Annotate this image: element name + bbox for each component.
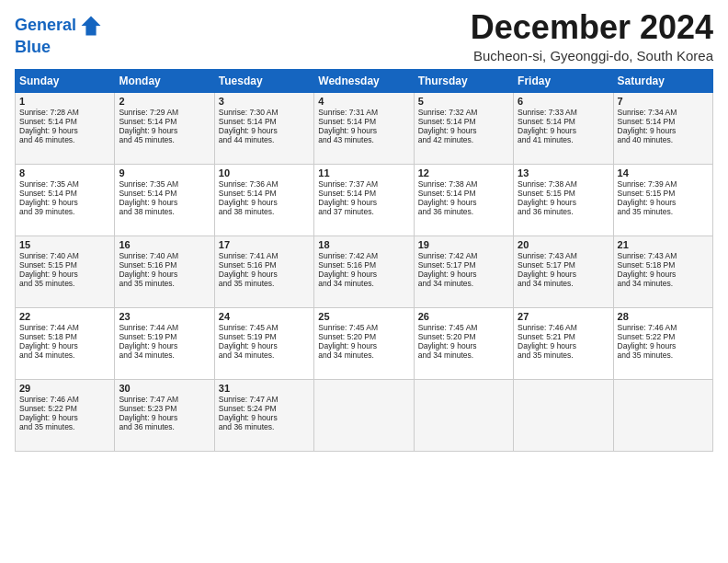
day-number: 23 (119, 311, 210, 322)
header: General Blue December 2024 Bucheon-si, G… (15, 9, 713, 63)
daylight-text: Daylight: 9 hours (318, 126, 409, 135)
day-number: 17 (219, 239, 310, 250)
sunrise-text: Sunrise: 7:37 AM (318, 179, 409, 189)
sunrise-text: Sunrise: 7:30 AM (219, 108, 310, 117)
daylight-text: Daylight: 9 hours (219, 126, 310, 135)
daylight-text-cont: and 42 minutes. (418, 135, 509, 144)
calendar-cell: 17Sunrise: 7:41 AMSunset: 5:16 PMDayligh… (214, 236, 313, 307)
sunset-text: Sunset: 5:14 PM (618, 117, 709, 126)
logo-icon (78, 13, 104, 39)
daylight-text: Daylight: 9 hours (119, 126, 210, 135)
day-number: 16 (119, 239, 210, 250)
daylight-text: Daylight: 9 hours (418, 126, 509, 135)
weekday-header: Monday (115, 69, 214, 92)
daylight-text-cont: and 35 minutes. (219, 279, 310, 288)
sunset-text: Sunset: 5:15 PM (518, 189, 609, 198)
calendar-cell: 15Sunrise: 7:40 AMSunset: 5:15 PMDayligh… (16, 236, 115, 307)
sunset-text: Sunset: 5:17 PM (518, 260, 609, 270)
sunset-text: Sunset: 5:14 PM (219, 189, 310, 198)
calendar-cell (314, 379, 414, 451)
sunrise-text: Sunrise: 7:39 AM (618, 179, 709, 189)
daylight-text-cont: and 38 minutes. (219, 207, 310, 216)
sunrise-text: Sunrise: 7:38 AM (518, 179, 609, 189)
day-number: 29 (19, 383, 110, 394)
daylight-text-cont: and 34 minutes. (618, 279, 709, 288)
sunrise-text: Sunrise: 7:38 AM (418, 179, 509, 189)
daylight-text: Daylight: 9 hours (418, 341, 509, 350)
daylight-text-cont: and 34 minutes. (19, 350, 110, 360)
day-number: 14 (618, 167, 709, 178)
day-number: 20 (518, 239, 609, 250)
calendar-cell (414, 379, 513, 451)
day-number: 5 (418, 96, 509, 107)
sunset-text: Sunset: 5:14 PM (19, 117, 110, 126)
calendar-cell: 31Sunrise: 7:47 AMSunset: 5:24 PMDayligh… (214, 379, 313, 451)
sunset-text: Sunset: 5:20 PM (318, 332, 409, 341)
daylight-text: Daylight: 9 hours (518, 126, 609, 135)
daylight-text-cont: and 35 minutes. (618, 350, 709, 360)
calendar-cell: 27Sunrise: 7:46 AMSunset: 5:21 PMDayligh… (514, 307, 613, 379)
daylight-text-cont: and 34 minutes. (418, 350, 509, 360)
logo-blue-text: Blue (15, 39, 104, 57)
daylight-text-cont: and 39 minutes. (19, 207, 110, 216)
daylight-text: Daylight: 9 hours (19, 413, 110, 422)
sunrise-text: Sunrise: 7:47 AM (219, 395, 310, 404)
daylight-text-cont: and 44 minutes. (219, 135, 310, 144)
day-number: 13 (518, 167, 609, 178)
sunset-text: Sunset: 5:22 PM (618, 332, 709, 341)
sunrise-text: Sunrise: 7:46 AM (518, 323, 609, 332)
svg-marker-0 (82, 17, 101, 36)
daylight-text: Daylight: 9 hours (119, 270, 210, 279)
sunset-text: Sunset: 5:23 PM (119, 404, 210, 413)
sunset-text: Sunset: 5:19 PM (219, 332, 310, 341)
daylight-text: Daylight: 9 hours (318, 270, 409, 279)
sunrise-text: Sunrise: 7:43 AM (618, 251, 709, 260)
sunset-text: Sunset: 5:15 PM (618, 189, 709, 198)
sunrise-text: Sunrise: 7:40 AM (119, 251, 210, 260)
daylight-text: Daylight: 9 hours (119, 198, 210, 207)
day-number: 1 (19, 96, 110, 107)
calendar-cell: 10Sunrise: 7:36 AMSunset: 5:14 PMDayligh… (214, 164, 313, 236)
day-number: 10 (219, 167, 310, 178)
day-number: 2 (119, 96, 210, 107)
calendar-cell: 1Sunrise: 7:28 AMSunset: 5:14 PMDaylight… (16, 92, 115, 164)
calendar-week: 1Sunrise: 7:28 AMSunset: 5:14 PMDaylight… (16, 92, 713, 164)
calendar-cell: 28Sunrise: 7:46 AMSunset: 5:22 PMDayligh… (613, 307, 712, 379)
calendar-cell: 16Sunrise: 7:40 AMSunset: 5:16 PMDayligh… (115, 236, 214, 307)
sunrise-text: Sunrise: 7:36 AM (219, 179, 310, 189)
calendar-header: SundayMondayTuesdayWednesdayThursdayFrid… (16, 69, 713, 92)
calendar-cell: 20Sunrise: 7:43 AMSunset: 5:17 PMDayligh… (514, 236, 613, 307)
daylight-text: Daylight: 9 hours (219, 413, 310, 422)
daylight-text: Daylight: 9 hours (119, 341, 210, 350)
sunset-text: Sunset: 5:14 PM (119, 117, 210, 126)
daylight-text: Daylight: 9 hours (318, 341, 409, 350)
weekday-header: Saturday (613, 69, 712, 92)
calendar-table: SundayMondayTuesdayWednesdayThursdayFrid… (15, 69, 713, 452)
day-number: 26 (418, 311, 509, 322)
daylight-text-cont: and 34 minutes. (418, 279, 509, 288)
sunset-text: Sunset: 5:20 PM (418, 332, 509, 341)
weekday-header: Tuesday (214, 69, 313, 92)
weekday-header: Thursday (414, 69, 513, 92)
day-number: 8 (19, 167, 110, 178)
sunrise-text: Sunrise: 7:35 AM (19, 179, 110, 189)
day-number: 4 (318, 96, 409, 107)
daylight-text: Daylight: 9 hours (19, 198, 110, 207)
daylight-text-cont: and 36 minutes. (219, 422, 310, 431)
day-number: 3 (219, 96, 310, 107)
sunset-text: Sunset: 5:16 PM (219, 260, 310, 270)
daylight-text-cont: and 34 minutes. (318, 350, 409, 360)
daylight-text: Daylight: 9 hours (418, 270, 509, 279)
calendar-cell: 23Sunrise: 7:44 AMSunset: 5:19 PMDayligh… (115, 307, 214, 379)
sunset-text: Sunset: 5:22 PM (19, 404, 110, 413)
sunset-text: Sunset: 5:14 PM (318, 189, 409, 198)
daylight-text: Daylight: 9 hours (418, 198, 509, 207)
calendar-cell: 8Sunrise: 7:35 AMSunset: 5:14 PMDaylight… (16, 164, 115, 236)
day-number: 24 (219, 311, 310, 322)
sunset-text: Sunset: 5:16 PM (119, 260, 210, 270)
sunrise-text: Sunrise: 7:43 AM (518, 251, 609, 260)
sunset-text: Sunset: 5:18 PM (19, 332, 110, 341)
daylight-text-cont: and 46 minutes. (19, 135, 110, 144)
sunrise-text: Sunrise: 7:32 AM (418, 108, 509, 117)
daylight-text-cont: and 34 minutes. (219, 350, 310, 360)
